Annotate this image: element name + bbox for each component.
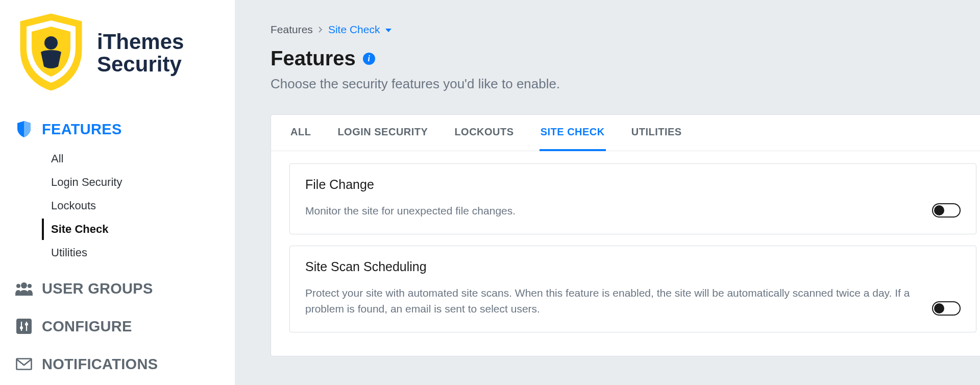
sidebar-item-lockouts[interactable]: Lockouts xyxy=(42,195,219,216)
toggle-file-change[interactable] xyxy=(932,203,961,218)
nav-section-notifications: NOTIFICATIONS xyxy=(15,351,219,377)
sidebar: iThemes Security FEATURES All Login Secu… xyxy=(0,0,235,385)
toggle-knob xyxy=(934,303,944,314)
shield-icon xyxy=(15,121,33,138)
svg-point-0 xyxy=(44,36,58,50)
caret-down-icon xyxy=(385,23,392,36)
feature-list: File Change Monitor the site for unexpec… xyxy=(271,151,980,356)
breadcrumb-current-label: Site Check xyxy=(328,23,380,36)
sliders-icon xyxy=(15,318,33,335)
svg-point-1 xyxy=(21,282,27,288)
feature-title: Site Scan Scheduling xyxy=(305,259,912,274)
brand-name: iThemes Security xyxy=(97,31,184,76)
nav-header-notifications[interactable]: NOTIFICATIONS xyxy=(15,351,219,377)
users-icon xyxy=(15,280,33,297)
features-card: ALL LOGIN SECURITY LOCKOUTS SITE CHECK U… xyxy=(271,114,980,356)
info-icon[interactable]: i xyxy=(363,53,375,65)
nav-features-subitems: All Login Security Lockouts Site Check U… xyxy=(42,148,219,263)
nav-header-user-groups[interactable]: USER GROUPS xyxy=(15,276,219,301)
tabs: ALL LOGIN SECURITY LOCKOUTS SITE CHECK U… xyxy=(271,115,980,151)
feature-desc: Monitor the site for unexpected file cha… xyxy=(305,203,912,219)
nav-header-configure-label: CONFIGURE xyxy=(42,318,132,335)
brand-line-2: Security xyxy=(97,53,184,76)
chevron-right-icon xyxy=(318,23,323,36)
page-subtitle: Choose the security features you'd like … xyxy=(271,76,980,92)
sidebar-item-site-check[interactable]: Site Check xyxy=(42,219,219,240)
page-title: Features xyxy=(271,47,356,70)
feature-title: File Change xyxy=(305,177,912,192)
nav-header-features-label: FEATURES xyxy=(42,121,122,138)
nav-section-user-groups: USER GROUPS xyxy=(15,276,219,301)
nav-header-configure[interactable]: CONFIGURE xyxy=(15,314,219,339)
feature-file-change: File Change Monitor the site for unexpec… xyxy=(289,163,976,234)
nav-section-configure: CONFIGURE xyxy=(15,314,219,339)
nav-header-user-groups-label: USER GROUPS xyxy=(42,280,153,297)
svg-point-6 xyxy=(20,326,23,329)
feature-desc: Protect your site with automated site sc… xyxy=(305,285,912,317)
main-content: Features Site Check Features i Choose th… xyxy=(235,0,980,385)
breadcrumb-current[interactable]: Site Check xyxy=(328,23,393,36)
nav-header-features[interactable]: FEATURES xyxy=(15,116,219,142)
shield-logo-icon xyxy=(15,11,87,95)
feature-text: Site Scan Scheduling Protect your site w… xyxy=(305,259,912,317)
tab-all[interactable]: ALL xyxy=(289,115,312,151)
tab-utilities[interactable]: UTILITIES xyxy=(630,115,683,151)
feature-site-scan: Site Scan Scheduling Protect your site w… xyxy=(289,246,976,332)
brand-line-1: iThemes xyxy=(97,31,184,53)
svg-point-2 xyxy=(16,284,20,288)
nav-header-notifications-label: NOTIFICATIONS xyxy=(42,356,158,373)
page-title-row: Features i xyxy=(271,47,980,70)
tab-login-security[interactable]: LOGIN SECURITY xyxy=(336,115,429,151)
tab-lockouts[interactable]: LOCKOUTS xyxy=(453,115,514,151)
toggle-site-scan[interactable] xyxy=(932,301,961,316)
tab-site-check[interactable]: SITE CHECK xyxy=(540,115,606,151)
nav-section-features: FEATURES All Login Security Lockouts Sit… xyxy=(15,116,219,263)
toggle-knob xyxy=(934,205,944,215)
svg-point-8 xyxy=(25,323,28,326)
breadcrumb-root[interactable]: Features xyxy=(271,23,313,36)
feature-text: File Change Monitor the site for unexpec… xyxy=(305,177,912,219)
sidebar-item-all[interactable]: All xyxy=(42,148,219,170)
svg-rect-4 xyxy=(16,319,32,334)
svg-point-3 xyxy=(28,284,32,288)
sidebar-item-utilities[interactable]: Utilities xyxy=(42,242,219,263)
mail-icon xyxy=(15,355,33,373)
breadcrumb: Features Site Check xyxy=(271,23,980,36)
brand-logo-area: iThemes Security xyxy=(15,11,219,95)
sidebar-item-login-security[interactable]: Login Security xyxy=(42,172,219,193)
